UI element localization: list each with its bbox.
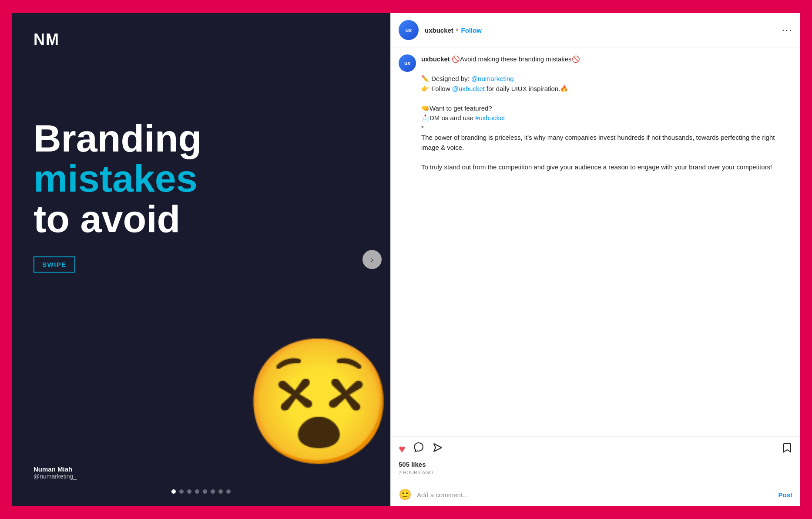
headline-block: Branding mistakes to avoid SWIPE <box>34 118 369 273</box>
header-avatar: ux <box>399 20 419 40</box>
author-name: Numan Miah <box>34 465 77 473</box>
dot-2[interactable] <box>179 489 184 494</box>
post-actions: ♥ 505 likes 2 HOURS AG <box>391 436 800 483</box>
author-info: Numan Miah @numarketing_ <box>34 465 77 480</box>
post-image-panel: NM Branding mistakes to avoid SWIPE 😵 › … <box>12 13 390 506</box>
caption-avatar: ux <box>399 54 416 72</box>
caption-paragraph2: To truly stand out from the competition … <box>421 163 772 171</box>
like-button[interactable]: ♥ <box>399 442 405 456</box>
caption-paragraph1: The power of branding is priceless, it's… <box>421 134 775 151</box>
caption-mention-uxbucket[interactable]: @uxbucket <box>452 85 485 92</box>
likes-count: 505 likes <box>399 461 792 468</box>
next-slide-button[interactable]: › <box>362 250 382 269</box>
dot-3[interactable] <box>187 489 191 494</box>
caption-featured: 🤜Want to get featured? <box>421 104 492 112</box>
dot-6[interactable] <box>211 489 215 494</box>
brand-logo: NM <box>34 30 369 49</box>
caption-header: ux uxbucket 🚫Avoid making these branding… <box>399 54 792 172</box>
caption-line-follow: 👉 Follow <box>421 85 452 92</box>
more-options-button[interactable]: ··· <box>782 24 792 36</box>
author-handle: @numarketing_ <box>34 473 77 480</box>
post-emoji: 😵 <box>243 340 390 462</box>
comment-input-row: 🙂 Post <box>391 483 800 506</box>
headline-line1: Branding <box>34 118 369 158</box>
comment-button[interactable] <box>413 442 424 456</box>
slide-dots <box>171 489 231 494</box>
caption-mention-numarketing[interactable]: @numarketing_ <box>471 75 517 82</box>
swipe-button[interactable]: SWIPE <box>34 256 75 273</box>
bookmark-button[interactable] <box>782 442 792 456</box>
headline-line3: to avoid <box>34 199 369 239</box>
app-container: NM Branding mistakes to avoid SWIPE 😵 › … <box>10 11 802 508</box>
caption-hashtag[interactable]: #uxbucket <box>475 114 505 121</box>
comment-emoji-icon[interactable]: 🙂 <box>399 489 412 501</box>
dot-7[interactable] <box>218 489 223 494</box>
post-comment-button[interactable]: Post <box>778 491 792 499</box>
headline-line2: mistakes <box>34 158 369 199</box>
action-icons-row: ♥ <box>399 442 792 456</box>
caption-asterisk: * <box>421 124 424 131</box>
post-caption-section: ux uxbucket 🚫Avoid making these branding… <box>391 47 800 436</box>
avatar-letters: ux <box>405 27 412 34</box>
caption-text: uxbucket 🚫Avoid making these branding mi… <box>421 54 792 172</box>
post-header: ux uxbucket • Follow ··· <box>391 13 800 47</box>
follow-button[interactable]: Follow <box>461 27 482 34</box>
header-username[interactable]: uxbucket <box>425 27 453 34</box>
dot-5[interactable] <box>203 489 207 494</box>
caption-dm: 📩DM us and use <box>421 114 475 121</box>
caption-line-designed: ✏️ Designed by: <box>421 75 471 82</box>
header-dot: • <box>456 26 459 34</box>
dot-8[interactable] <box>226 489 231 494</box>
dot-4[interactable] <box>195 489 199 494</box>
share-button[interactable] <box>432 442 443 456</box>
caption-username[interactable]: uxbucket <box>421 55 450 63</box>
comment-input[interactable] <box>417 491 773 499</box>
caption-line-follow2: for daily UIUX inspiration.🔥 <box>485 85 568 92</box>
post-detail-panel: ux uxbucket • Follow ··· ux uxbucket 🚫Av… <box>390 13 800 506</box>
caption-avatar-letters: ux <box>404 60 410 66</box>
caption-flag-emoji: 🚫Avoid making these branding mistakes🚫 <box>452 55 580 63</box>
dot-1[interactable] <box>171 489 176 494</box>
timestamp: 2 HOURS AGO <box>399 470 792 475</box>
